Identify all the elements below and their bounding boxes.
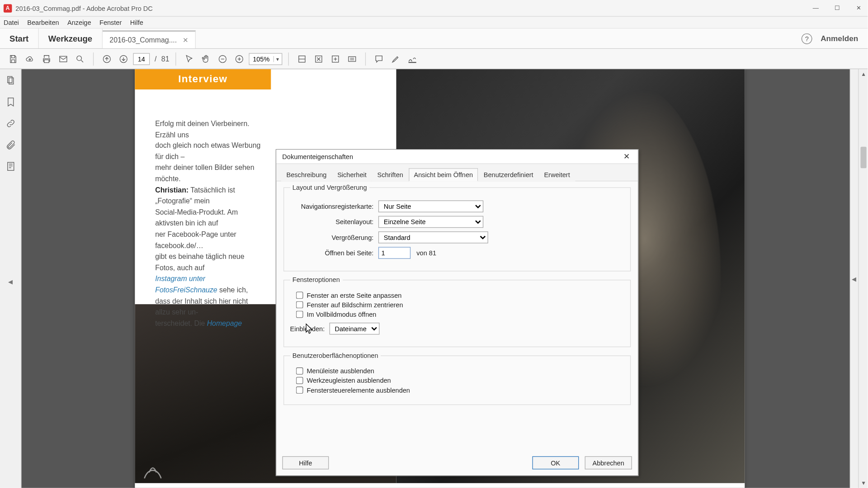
dialog-body: Layout und Vergrößerung Navigationsregis… bbox=[276, 181, 638, 417]
chk-hide-menubar[interactable] bbox=[296, 367, 303, 375]
tab-close-icon[interactable]: ✕ bbox=[183, 36, 188, 44]
open-page-input[interactable] bbox=[378, 247, 410, 258]
titlebar: A 2016-03_Commag.pdf - Adobe Acrobat Pro… bbox=[0, 0, 868, 17]
dialog-buttons: Hilfe OK Abbrechen bbox=[282, 456, 632, 469]
chevron-down-icon[interactable]: ▾ bbox=[273, 56, 281, 61]
collapse-right-icon[interactable]: ◀ bbox=[850, 69, 858, 488]
collapse-left-icon[interactable]: ◀ bbox=[8, 278, 13, 285]
zoom-value[interactable] bbox=[249, 55, 273, 62]
group-ui: Benutzeroberflächenoptionen Menüleiste a… bbox=[283, 352, 631, 405]
save-icon[interactable] bbox=[6, 52, 20, 66]
page-up-icon[interactable] bbox=[99, 52, 114, 66]
cancel-button[interactable]: Abbrechen bbox=[585, 456, 632, 469]
dialog-titlebar[interactable]: Dokumenteigenschaften ✕ bbox=[276, 150, 638, 164]
page-sep: / bbox=[155, 55, 156, 63]
close-button[interactable]: ✕ bbox=[854, 5, 864, 12]
zoom-in-icon[interactable] bbox=[232, 52, 246, 66]
bookmark-icon[interactable] bbox=[5, 97, 16, 108]
layers-icon[interactable] bbox=[5, 161, 16, 172]
scroll-thumb[interactable] bbox=[860, 147, 866, 169]
sign-icon[interactable] bbox=[405, 52, 420, 66]
fit-width-icon[interactable] bbox=[295, 52, 309, 66]
hand-icon[interactable] bbox=[198, 52, 213, 66]
svg-rect-10 bbox=[409, 62, 416, 62]
svg-rect-13 bbox=[7, 162, 14, 170]
signin-link[interactable]: Anmelden bbox=[821, 34, 858, 43]
left-rail: ◀ bbox=[0, 69, 22, 488]
menu-anzeige[interactable]: Anzeige bbox=[67, 19, 91, 26]
tabrow: Start Werkzeuge 2016-03_Commag.... ✕ ? A… bbox=[0, 28, 868, 49]
article-text: Erfolg mit deinen Vierbeinern. Erzähl un… bbox=[155, 118, 263, 328]
document-properties-dialog: Dokumenteigenschaften ✕ Beschreibung Sic… bbox=[276, 149, 639, 476]
nav-select[interactable]: Nur Seite bbox=[378, 201, 483, 212]
mag-label: Vergrößerung: bbox=[290, 234, 374, 241]
chk-center-screen[interactable] bbox=[296, 301, 303, 309]
menu-bearbeiten[interactable]: Bearbeiten bbox=[27, 19, 59, 26]
page-number-input[interactable] bbox=[133, 53, 150, 65]
scroll-down-icon[interactable]: ▼ bbox=[859, 479, 868, 488]
layout-select[interactable]: Einzelne Seite bbox=[378, 216, 483, 228]
page-total: 81 bbox=[161, 55, 170, 63]
tab-werkzeuge[interactable]: Werkzeuge bbox=[39, 28, 103, 48]
watermark-icon bbox=[138, 455, 167, 484]
highlight-icon[interactable] bbox=[388, 52, 403, 66]
cloud-icon[interactable] bbox=[23, 52, 37, 66]
menu-datei[interactable]: Datei bbox=[4, 19, 19, 26]
tab-document-label: 2016-03_Commag.... bbox=[109, 36, 177, 44]
attachment-icon[interactable] bbox=[5, 140, 16, 150]
svg-rect-0 bbox=[60, 56, 67, 61]
menu-hilfe[interactable]: Hilfe bbox=[130, 19, 143, 26]
show-label: Einblenden: bbox=[290, 325, 325, 332]
link-icon[interactable] bbox=[5, 118, 16, 129]
chk-fullscreen[interactable] bbox=[296, 311, 303, 318]
chk-hide-window-controls[interactable] bbox=[296, 386, 303, 394]
chk-hide-toolbars[interactable] bbox=[296, 377, 303, 384]
print-icon[interactable] bbox=[39, 52, 54, 66]
mail-icon[interactable] bbox=[56, 52, 71, 66]
group-layout-legend: Layout und Vergrößerung bbox=[290, 184, 369, 191]
dialog-title: Dokumenteigenschaften bbox=[282, 153, 353, 160]
tab-benutzerdefiniert[interactable]: Benutzerdefiniert bbox=[478, 168, 539, 181]
comment-icon[interactable] bbox=[372, 52, 386, 66]
tab-sicherheit[interactable]: Sicherheit bbox=[332, 168, 372, 181]
dialog-close-icon[interactable]: ✕ bbox=[621, 151, 632, 162]
toolbar: / 81 ▾ bbox=[0, 49, 868, 69]
group-ui-legend: Benutzeroberflächenoptionen bbox=[290, 352, 381, 359]
show-select[interactable]: Dateiname bbox=[330, 323, 380, 334]
vertical-scrollbar[interactable]: ▲ ▼ bbox=[858, 69, 868, 488]
group-window-legend: Fensteroptionen bbox=[290, 276, 343, 283]
chk-fit-first-page[interactable] bbox=[296, 291, 303, 299]
tab-document[interactable]: 2016-03_Commag.... ✕ bbox=[102, 30, 196, 48]
menubar: Datei Bearbeiten Anzeige Fenster Hilfe bbox=[0, 17, 868, 28]
thumbnails-icon[interactable] bbox=[5, 75, 16, 86]
scroll-up-icon[interactable]: ▲ bbox=[859, 69, 868, 79]
menu-fenster[interactable]: Fenster bbox=[99, 19, 122, 26]
svg-rect-9 bbox=[348, 56, 355, 61]
fit-page-icon[interactable] bbox=[311, 52, 326, 66]
nav-label: Navigationsregisterkarte: bbox=[290, 203, 374, 210]
document-viewport[interactable]: Interview Erfolg mit deinen Vierbeinern.… bbox=[22, 69, 850, 488]
search-icon[interactable] bbox=[73, 52, 87, 66]
layout-label: Seitenlayout: bbox=[290, 218, 374, 225]
page-down-icon[interactable] bbox=[116, 52, 131, 66]
minimize-button[interactable]: — bbox=[811, 5, 821, 12]
ok-button[interactable]: OK bbox=[532, 456, 579, 469]
tab-erweitert[interactable]: Erweitert bbox=[539, 168, 576, 181]
help-button[interactable]: Hilfe bbox=[282, 456, 329, 469]
main-area: ◀ Interview Erfolg mit deinen Vierbeiner… bbox=[0, 69, 868, 488]
tab-start[interactable]: Start bbox=[0, 28, 39, 48]
zoom-out-icon[interactable] bbox=[215, 52, 230, 66]
help-icon[interactable]: ? bbox=[802, 33, 812, 44]
read-mode-icon[interactable] bbox=[345, 52, 359, 66]
interview-heading: Interview bbox=[135, 69, 271, 89]
tab-schriften[interactable]: Schriften bbox=[372, 168, 409, 181]
zoom-select[interactable]: ▾ bbox=[249, 53, 282, 65]
tab-beschreibung[interactable]: Beschreibung bbox=[281, 168, 332, 181]
svg-point-1 bbox=[77, 56, 82, 61]
pointer-icon[interactable] bbox=[182, 52, 196, 66]
tab-ansicht-beim-oeffnen[interactable]: Ansicht beim Öffnen bbox=[409, 168, 478, 181]
maximize-button[interactable]: ☐ bbox=[832, 5, 843, 12]
group-window: Fensteroptionen Fenster an erste Seite a… bbox=[283, 276, 631, 347]
fit-visible-icon[interactable] bbox=[328, 52, 343, 66]
mag-select[interactable]: Standard bbox=[378, 231, 488, 243]
